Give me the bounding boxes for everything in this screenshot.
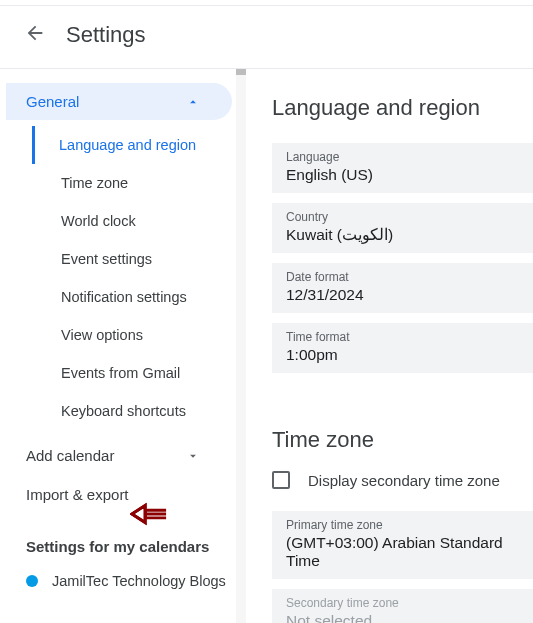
calendar-color-dot bbox=[26, 575, 38, 587]
checkbox-icon[interactable] bbox=[272, 471, 290, 489]
sidebar-item-keyboard-shortcuts[interactable]: Keyboard shortcuts bbox=[10, 392, 246, 430]
field-label: Date format bbox=[286, 270, 519, 284]
checkbox-label: Display secondary time zone bbox=[308, 472, 500, 489]
sidebar-item-events-gmail[interactable]: Events from Gmail bbox=[10, 354, 246, 392]
sidebar-heading-my-calendars: Settings for my calendars bbox=[6, 514, 246, 563]
calendar-item[interactable]: JamilTec Technology Blogs bbox=[6, 563, 246, 599]
chevron-down-icon bbox=[186, 449, 200, 463]
sidebar: General Language and region Time zone Wo… bbox=[0, 69, 246, 623]
field-label: Country bbox=[286, 210, 519, 224]
field-primary-tz[interactable]: Primary time zone (GMT+03:00) Arabian St… bbox=[272, 511, 533, 579]
sidebar-item-label: Add calendar bbox=[26, 447, 114, 464]
header: Settings bbox=[0, 6, 533, 68]
back-arrow-icon[interactable] bbox=[24, 22, 46, 48]
sidebar-item-time-zone[interactable]: Time zone bbox=[10, 164, 246, 202]
field-label: Time format bbox=[286, 330, 519, 344]
field-language[interactable]: Language English (US) bbox=[272, 143, 533, 193]
field-value: (GMT+03:00) Arabian Standard Time bbox=[286, 534, 519, 570]
sidebar-item-event-settings[interactable]: Event settings bbox=[10, 240, 246, 278]
sidebar-item-label: Import & export bbox=[26, 486, 129, 503]
main-panel: Language and region Language English (US… bbox=[246, 69, 533, 623]
sidebar-item-view-options[interactable]: View options bbox=[10, 316, 246, 354]
sidebar-item-import-export[interactable]: Import & export bbox=[6, 475, 232, 514]
sidebar-section-label: General bbox=[26, 93, 79, 110]
sidebar-item-add-calendar[interactable]: Add calendar bbox=[6, 436, 232, 475]
chevron-up-icon bbox=[186, 95, 200, 109]
field-value: 1:00pm bbox=[286, 346, 519, 364]
sidebar-section-general[interactable]: General bbox=[6, 83, 232, 120]
field-label: Primary time zone bbox=[286, 518, 519, 532]
field-value: 12/31/2024 bbox=[286, 286, 519, 304]
field-value: Kuwait (الكويت) bbox=[286, 226, 519, 244]
sidebar-item-language-region[interactable]: Language and region bbox=[32, 126, 246, 164]
field-country[interactable]: Country Kuwait (الكويت) bbox=[272, 203, 533, 253]
panel-title-language-region: Language and region bbox=[272, 95, 533, 121]
page-title: Settings bbox=[66, 22, 146, 48]
calendar-name: JamilTec Technology Blogs bbox=[52, 573, 226, 589]
field-label: Secondary time zone bbox=[286, 596, 519, 610]
field-value: Not selected bbox=[286, 612, 519, 623]
field-value: English (US) bbox=[286, 166, 519, 184]
field-date-format[interactable]: Date format 12/31/2024 bbox=[272, 263, 533, 313]
field-time-format[interactable]: Time format 1:00pm bbox=[272, 323, 533, 373]
sidebar-item-notification-settings[interactable]: Notification settings bbox=[10, 278, 246, 316]
panel-title-time-zone: Time zone bbox=[272, 427, 533, 453]
field-label: Language bbox=[286, 150, 519, 164]
checkbox-secondary-tz[interactable]: Display secondary time zone bbox=[272, 471, 533, 489]
field-secondary-tz: Secondary time zone Not selected bbox=[272, 589, 533, 623]
sidebar-item-world-clock[interactable]: World clock bbox=[10, 202, 246, 240]
scrollbar-thumb[interactable] bbox=[236, 69, 246, 75]
scrollbar[interactable] bbox=[236, 69, 246, 623]
